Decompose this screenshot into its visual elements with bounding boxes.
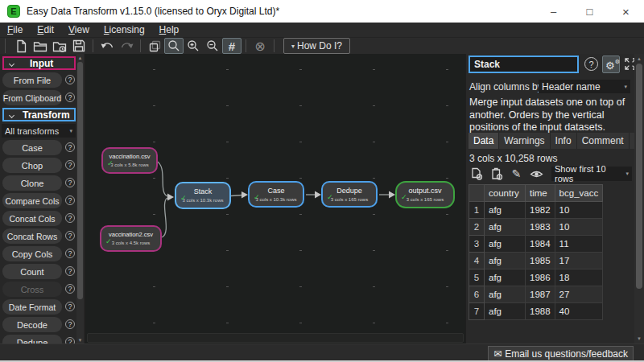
help-icon[interactable]: ? [65, 231, 75, 241]
menu-help[interactable]: Help [152, 23, 187, 38]
edit-pencil-icon[interactable]: ✎ [510, 167, 523, 181]
sidebar-scrollbar[interactable]: ▲ ▼ [76, 54, 84, 343]
zoom-out-icon[interactable] [203, 38, 222, 54]
transform-decode-button[interactable]: Decode [2, 317, 62, 332]
zoom-in-icon[interactable] [184, 38, 203, 54]
scrollbar-thumb[interactable] [77, 62, 83, 299]
app-window: E Easy Data Transform v1.15.0 (licensed … [0, 0, 644, 362]
from-file-button[interactable]: From File [2, 72, 62, 88]
node-dedupe[interactable]: Dedupe 3 cols x 165 rows ✓ [321, 181, 378, 208]
help-icon[interactable]: ? [65, 284, 75, 294]
scroll-down-icon[interactable]: ▼ [634, 335, 644, 343]
menu-licensing[interactable]: Licensing [97, 23, 152, 38]
scrollbar-thumb[interactable] [636, 64, 642, 289]
header-rownum[interactable] [469, 185, 485, 202]
menu-view[interactable]: View [61, 23, 97, 38]
how-do-i-button[interactable]: ▾ How Do I? [283, 38, 350, 54]
app-logo-icon: E [7, 5, 20, 18]
panel-tabs: Data Warnings Info Comment Results [469, 133, 644, 149]
title-bar: E Easy Data Transform v1.15.0 (licensed … [0, 0, 644, 23]
check-icon: ✓ [105, 237, 112, 245]
tab-data[interactable]: Data [469, 133, 499, 149]
node-vaccination-csv[interactable]: vaccination.csv 3 cols x 5.8k rows ✓ [101, 147, 158, 174]
dataset-size-label: 3 cols x 10,258 rows [469, 153, 557, 164]
help-icon[interactable]: ? [65, 302, 75, 311]
help-icon[interactable]: ? [65, 195, 75, 205]
grid-toggle-icon[interactable]: # [222, 38, 242, 54]
help-icon[interactable]: ? [65, 337, 75, 343]
minimize-button[interactable]: – [535, 0, 572, 23]
data-table: country time bcg_vacc 1 afg 1982 10 2 af… [469, 184, 603, 320]
help-icon[interactable]: ? [65, 213, 75, 223]
transform-concat-cols-button[interactable]: Concat Cols [2, 211, 62, 226]
transform-date-format-button[interactable]: Date Format [2, 299, 62, 315]
tab-info[interactable]: Info [551, 133, 577, 149]
table-row: 5 afg 1986 18 [469, 269, 603, 286]
open-folder-icon[interactable] [31, 38, 50, 54]
transform-clone-button[interactable]: Clone [2, 175, 62, 191]
dropdown-arrow-icon: ▾ [291, 43, 295, 50]
transform-copy-cols-button[interactable]: Copy Cols [2, 246, 62, 261]
transform-section-header[interactable]: Transform [2, 108, 76, 121]
menu-edit[interactable]: Edit [30, 23, 61, 38]
menu-bar: File Edit View Licensing Help [0, 23, 644, 38]
gears-icon[interactable]: ⚙ ⚙ [602, 56, 620, 73]
help-icon[interactable]: ? [65, 93, 75, 102]
help-icon[interactable]: ? [65, 249, 75, 258]
right-panel-scrollbar[interactable]: ▲ ▼ [634, 54, 644, 343]
align-columns-label: Align columns by: [469, 81, 545, 93]
email-feedback-button[interactable]: ✉ Email us questions/feedback [488, 346, 634, 361]
help-icon[interactable]: ? [65, 266, 75, 276]
node-stack[interactable]: Stack 3 cols x 10.3k rows ✓ [175, 182, 231, 209]
open-recent-icon[interactable] [50, 38, 69, 54]
header-time[interactable]: time [526, 185, 555, 202]
toolbar-separator [246, 39, 246, 52]
node-vaccination2-csv[interactable]: vaccination2.csv 3 cols x 4.5k rows ✓ [100, 225, 162, 252]
copy-clipboard-icon[interactable] [489, 167, 503, 181]
scroll-down-icon[interactable]: ▼ [76, 336, 84, 343]
align-columns-dropdown[interactable]: Header name ▾ [539, 80, 630, 93]
export-file-icon[interactable] [469, 167, 483, 181]
scroll-up-icon[interactable]: ▲ [634, 55, 644, 63]
show-rows-dropdown[interactable]: Show first 10 rows ▾ [551, 167, 632, 181]
input-section-header[interactable]: Input [2, 56, 76, 70]
tab-warnings[interactable]: Warnings [499, 133, 550, 149]
transform-dedupe-button[interactable]: Dedupe [2, 335, 62, 343]
dropdown-arrow-icon: ▾ [69, 128, 72, 134]
help-icon[interactable]: ? [584, 57, 598, 71]
maximize-button[interactable]: □ [572, 0, 608, 23]
check-icon: ✓ [401, 193, 407, 201]
transform-case-button[interactable]: Case [2, 140, 62, 155]
close-button[interactable]: × [608, 0, 644, 23]
table-row: 2 afg 1983 10 [469, 219, 603, 236]
new-file-icon[interactable] [11, 38, 31, 54]
menu-file[interactable]: File [0, 23, 30, 38]
help-icon[interactable]: ? [65, 319, 75, 329]
save-icon[interactable] [69, 38, 89, 54]
help-icon[interactable]: ? [65, 142, 75, 152]
node-canvas[interactable]: vaccination.csv 3 cols x 5.8k rows ✓ vac… [85, 54, 465, 343]
table-row: 4 afg 1985 17 [469, 253, 603, 269]
help-icon[interactable]: ? [65, 75, 75, 84]
undo-icon[interactable] [97, 38, 117, 54]
transform-filter-dropdown[interactable]: All transforms ▾ [2, 124, 76, 138]
header-country[interactable]: country [485, 185, 526, 202]
header-bcg-vacc[interactable]: bcg_vacc [555, 185, 603, 202]
layers-icon[interactable] [145, 38, 164, 54]
transform-count-button[interactable]: Count [2, 264, 62, 279]
transform-chop-button[interactable]: Chop [2, 158, 62, 173]
toolbar-separator [93, 39, 93, 52]
transform-compare-cols-button[interactable]: Compare Cols [2, 193, 62, 208]
magnifier-icon[interactable] [164, 38, 184, 54]
help-icon[interactable]: ? [65, 178, 75, 187]
node-case[interactable]: Case 3 cols x 10.3k rows ✓ [248, 181, 304, 208]
node-output-csv[interactable]: output.csv 3 cols x 165 rows ✓ [395, 181, 455, 208]
view-eye-icon[interactable] [530, 167, 543, 181]
tab-comment[interactable]: Comment [577, 133, 630, 149]
from-clipboard-button[interactable]: From Clipboard [2, 90, 62, 105]
transform-concat-rows-button[interactable]: Concat Rows [2, 228, 62, 244]
scroll-up-icon[interactable]: ▲ [76, 54, 84, 61]
canvas-horizontal-scrollbar[interactable] [87, 333, 464, 343]
help-icon[interactable]: ? [65, 160, 75, 170]
node-name-input[interactable] [469, 56, 579, 73]
